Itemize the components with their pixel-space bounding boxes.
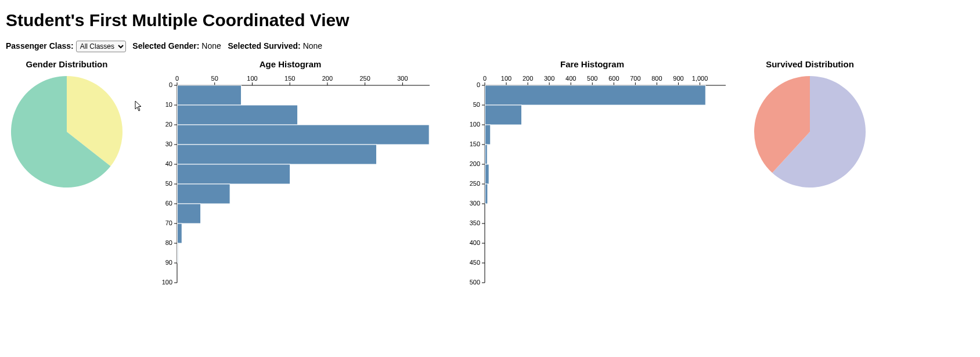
svg-text:300: 300	[470, 200, 480, 207]
svg-text:450: 450	[470, 259, 480, 266]
svg-text:250: 250	[359, 75, 370, 82]
histogram-bar[interactable]	[178, 164, 290, 184]
svg-text:300: 300	[397, 75, 408, 82]
svg-text:900: 900	[673, 75, 683, 82]
svg-text:150: 150	[284, 75, 295, 82]
fare-histogram-svg[interactable]: 01002003004005006007008009001,0000501001…	[453, 74, 732, 294]
class-label: Passenger Class:	[6, 41, 76, 51]
svg-text:80: 80	[165, 239, 172, 246]
survived-chart-title: Survived Distribution	[766, 59, 854, 69]
svg-text:200: 200	[470, 160, 480, 167]
fare-chart-title: Fare Histogram	[560, 59, 624, 69]
charts-row: Gender Distribution Age Histogram 050100…	[6, 59, 974, 294]
histogram-bar[interactable]	[485, 85, 706, 105]
svg-text:30: 30	[165, 140, 172, 147]
svg-text:90: 90	[165, 259, 172, 266]
svg-text:100: 100	[247, 75, 257, 82]
histogram-bar[interactable]	[485, 105, 522, 125]
histogram-bar[interactable]	[178, 204, 201, 223]
svg-text:0: 0	[175, 75, 179, 82]
histogram-bar[interactable]	[178, 125, 430, 145]
histogram-bar[interactable]	[485, 184, 488, 204]
svg-text:100: 100	[162, 279, 172, 286]
svg-text:60: 60	[165, 200, 172, 207]
svg-text:100: 100	[470, 121, 480, 128]
svg-text:10: 10	[165, 101, 172, 108]
gender-label: Selected Gender:	[132, 41, 201, 51]
svg-text:100: 100	[501, 75, 511, 82]
gender-pie-svg[interactable]	[9, 74, 125, 190]
histogram-bar[interactable]	[485, 164, 489, 184]
svg-text:600: 600	[608, 75, 619, 82]
svg-text:300: 300	[544, 75, 554, 82]
gender-chart-title: Gender Distribution	[26, 59, 108, 69]
histogram-bar[interactable]	[178, 243, 178, 263]
class-select[interactable]: All Classes	[76, 41, 126, 52]
histogram-bar[interactable]	[178, 105, 298, 125]
svg-text:200: 200	[523, 75, 533, 82]
svg-text:250: 250	[470, 180, 480, 187]
svg-text:50: 50	[473, 101, 480, 108]
svg-text:400: 400	[565, 75, 576, 82]
gender-chart: Gender Distribution	[6, 59, 128, 190]
survived-label: Selected Survived:	[228, 41, 302, 51]
svg-text:800: 800	[651, 75, 662, 82]
svg-text:700: 700	[630, 75, 640, 82]
svg-text:400: 400	[470, 239, 480, 246]
controls-bar: Passenger Class: All Classes Selected Ge…	[6, 41, 974, 52]
histogram-bar[interactable]	[178, 145, 377, 164]
age-chart-title: Age Histogram	[260, 59, 322, 69]
histogram-bar[interactable]	[178, 85, 242, 105]
svg-text:0: 0	[477, 81, 480, 88]
age-histogram-svg[interactable]: 0501001502002503000102030405060708090100	[145, 74, 435, 294]
svg-text:0: 0	[483, 75, 487, 82]
survived-value: None	[303, 41, 322, 51]
svg-text:200: 200	[322, 75, 333, 82]
svg-text:20: 20	[165, 121, 172, 128]
fare-chart: Fare Histogram 0100200300400500600700800…	[453, 59, 732, 294]
survived-chart: Survived Distribution	[749, 59, 871, 190]
age-chart: Age Histogram 05010015020025030001020304…	[145, 59, 435, 294]
svg-text:1,000: 1,000	[692, 75, 708, 82]
histogram-bar[interactable]	[178, 223, 182, 243]
histogram-bar[interactable]	[485, 145, 488, 164]
svg-text:40: 40	[165, 160, 172, 167]
svg-text:50: 50	[211, 75, 218, 82]
svg-text:150: 150	[470, 140, 480, 147]
svg-text:0: 0	[169, 81, 172, 88]
survived-pie-svg[interactable]	[752, 74, 868, 190]
gender-value: None	[201, 41, 221, 51]
svg-text:500: 500	[470, 279, 480, 286]
page-title: Student's First Multiple Coordinated Vie…	[6, 10, 974, 30]
svg-text:70: 70	[165, 219, 172, 226]
svg-text:350: 350	[470, 219, 480, 226]
histogram-bar[interactable]	[485, 125, 491, 145]
svg-text:500: 500	[587, 75, 597, 82]
svg-text:50: 50	[165, 180, 172, 187]
histogram-bar[interactable]	[178, 184, 230, 204]
